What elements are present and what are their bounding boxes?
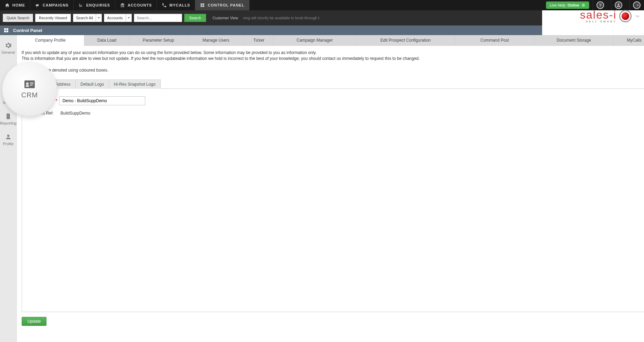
subtab-default-logo[interactable]: Default Logo — [76, 80, 109, 89]
bank-icon — [120, 3, 125, 8]
topnav-label: HOME — [12, 3, 25, 7]
brand: sales-i SELL SMART TM — [580, 8, 639, 25]
topnav-label: MYCALLS — [169, 3, 190, 7]
sidebar-item-general[interactable]: General — [0, 38, 17, 58]
accounts-dropdown[interactable]: Accounts — [104, 14, 131, 22]
home-icon — [5, 3, 10, 8]
topnav-enquiries[interactable]: ENQUIRIES — [74, 0, 115, 10]
dropdown-label: Accounts — [104, 14, 125, 22]
searchbar: Quick Search Recently Viewed Search All … — [0, 10, 542, 25]
tab-company-profile[interactable]: Company Profile — [17, 35, 84, 46]
tab-command-post[interactable]: Command Post — [455, 35, 535, 45]
client-name-row: Client Name: * — [28, 96, 644, 105]
topnav-label: CAMPAIGNS — [43, 3, 68, 7]
customer-view-link[interactable]: Customer View — [212, 16, 238, 20]
topnav-mycalls[interactable]: MYCALLS — [157, 0, 195, 10]
grid-icon — [200, 3, 205, 8]
tab-mycalls[interactable]: MyCalls — [614, 35, 644, 45]
dropdown-label: Search All — [73, 14, 96, 22]
main-tabs: Company Profile Data Load Parameter Setu… — [17, 35, 644, 46]
status-dot-icon — [581, 3, 585, 7]
topnav-campaigns[interactable]: CAMPAIGNS — [30, 0, 74, 10]
client-details-panel: Client Name: * Account Ref: BuildSuppDem… — [22, 88, 644, 312]
sidebar-label: General — [1, 50, 15, 54]
megaphone-icon — [35, 3, 40, 8]
tab-campaign-manager[interactable]: Campaign Manager — [274, 35, 356, 45]
tab-manage-users[interactable]: Manage Users — [188, 35, 245, 45]
sidebar-label: Profile — [3, 142, 13, 146]
search-input[interactable] — [134, 14, 182, 22]
brand-logo-icon — [619, 10, 632, 22]
topnav-label: ENQUIRIES — [86, 3, 110, 7]
tab-parameter-setup[interactable]: Parameter Setup — [130, 35, 188, 45]
crm-label: CRM — [21, 91, 38, 99]
svg-rect-4 — [30, 84, 33, 84]
account-ref-row: Account Ref: BuildSuppDemo — [28, 111, 644, 116]
svg-point-1 — [26, 82, 29, 85]
grid-icon — [3, 28, 9, 33]
recently-viewed-button[interactable]: Recently Viewed — [35, 14, 71, 22]
quick-search-button[interactable]: Quick Search — [3, 14, 33, 22]
user-icon — [616, 3, 621, 8]
livehelp-text: Live Help — [550, 3, 566, 7]
svg-rect-3 — [30, 82, 33, 83]
client-name-input[interactable] — [59, 96, 145, 105]
crm-bubble[interactable]: CRM — [2, 62, 57, 117]
info-line-1: If you wish to update any of your accoun… — [22, 50, 644, 56]
mandatory-note: datory fields are denoted using coloured… — [22, 68, 644, 73]
topnav-label: ACCOUNTS — [128, 3, 152, 7]
id-card-icon — [24, 80, 35, 88]
account-ref-value: BuildSuppDemo — [61, 111, 91, 116]
chevron-down-icon — [126, 14, 132, 22]
sidebar-item-profile[interactable]: Profile — [0, 129, 17, 150]
svg-rect-2 — [26, 85, 29, 87]
document-icon — [5, 113, 12, 120]
sidebar-label: Reporting — [0, 121, 17, 125]
topnav-control-panel[interactable]: CONTROL PANEL — [195, 0, 250, 10]
brand-name: sales-i — [580, 9, 616, 20]
phone-icon — [162, 3, 167, 8]
topnav-home[interactable]: HOME — [0, 0, 30, 10]
svg-rect-5 — [30, 85, 33, 85]
tab-document-storage[interactable]: Document Storage — [535, 35, 614, 45]
user-icon — [5, 133, 12, 140]
ticker-text: ning will shortly be available to book t… — [243, 16, 319, 20]
topnav-label: CONTROL PANEL — [208, 3, 244, 7]
tab-edit-prospect-config[interactable]: Edit Prospect Configuration — [356, 35, 455, 45]
chart-icon — [78, 3, 83, 8]
tab-ticker[interactable]: Ticker — [245, 35, 274, 45]
topnav: HOME CAMPAIGNS ENQUIRIES ACCOUNTS MYCALL… — [0, 0, 250, 10]
required-marker: * — [56, 98, 57, 103]
livehelp-status: Online — [568, 3, 579, 7]
body: General Import Reporting Profile CRM Com… — [0, 35, 644, 342]
top-navbar: HOME CAMPAIGNS ENQUIRIES ACCOUNTS MYCALL… — [0, 0, 644, 10]
chevron-down-icon — [96, 14, 102, 22]
search-button[interactable]: Search — [184, 14, 207, 22]
titlebar: Control Panel — [0, 25, 542, 35]
main-content: If you wish to update any of your accoun… — [17, 46, 644, 330]
info-line-2: This is information that you are able to… — [22, 56, 644, 62]
topnav-accounts[interactable]: ACCOUNTS — [115, 0, 157, 10]
tab-data-load[interactable]: Data Load — [84, 35, 130, 45]
gear-icon — [5, 42, 12, 49]
subtab-hires-logo[interactable]: Hi-Res Snapshot Logo — [109, 80, 160, 89]
brand-tm: TM — [635, 15, 639, 18]
update-button[interactable]: Update — [22, 317, 47, 326]
main: Company Profile Data Load Parameter Setu… — [17, 35, 644, 342]
arrow-right-icon — [634, 3, 639, 8]
page-title: Control Panel — [13, 28, 42, 33]
search-all-dropdown[interactable]: Search All — [73, 14, 102, 22]
